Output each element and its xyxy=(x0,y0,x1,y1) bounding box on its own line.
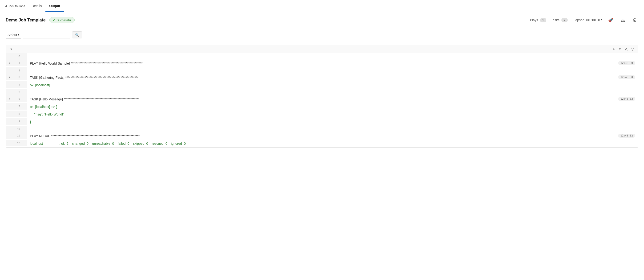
elapsed-value: 00:00:07 xyxy=(586,18,602,22)
line-number: 0 xyxy=(12,53,22,60)
log-row: ∨6TASK [Hello Message] *****************… xyxy=(6,95,638,103)
log-gutter: 11 xyxy=(6,132,27,139)
tasks-meta: Tasks 2 xyxy=(551,18,568,22)
collapse-row-button[interactable]: ∨ xyxy=(6,74,12,80)
delete-button[interactable] xyxy=(631,17,638,23)
log-gutter: 0 xyxy=(6,53,27,60)
collapse-row-button xyxy=(6,103,12,107)
job-title: Demo Job Template xyxy=(6,18,46,23)
log-row: 5 xyxy=(6,89,638,95)
log-row: 8 "msg": "Hello World!" xyxy=(6,111,638,118)
collapse-row-button xyxy=(6,132,12,136)
line-number: 12 xyxy=(12,140,22,146)
log-gutter: 9 xyxy=(6,118,27,125)
collapse-row-button xyxy=(6,89,12,93)
plays-label: Plays xyxy=(530,18,538,22)
log-row: ∨3TASK [Gathering Facts] ***************… xyxy=(6,74,638,81)
tasks-count: 2 xyxy=(562,18,568,22)
log-timestamp: 12:48:52 xyxy=(615,132,638,139)
log-row: 9} xyxy=(6,118,638,126)
log-row: 2 xyxy=(6,67,638,74)
job-meta: Plays 1 Tasks 2 Elapsed 00:00:07 🚀 xyxy=(530,17,638,24)
line-number: 2 xyxy=(12,67,22,74)
toolbar-right: ∧ ∨ ⋀ ⋁ xyxy=(611,47,635,51)
line-number: 4 xyxy=(12,81,22,88)
plays-meta: Plays 1 xyxy=(530,18,546,22)
scroll-top-button[interactable]: ⋀ xyxy=(624,47,629,51)
line-number: 6 xyxy=(12,95,22,102)
log-gutter: ∨6 xyxy=(6,95,27,102)
status-badge: ✔ Successful xyxy=(50,17,74,23)
line-number: 10 xyxy=(12,126,22,132)
log-timestamp: 12:48:50 xyxy=(615,60,638,67)
log-content xyxy=(27,53,638,57)
stdout-chevron-icon: ▾ xyxy=(18,33,19,36)
log-content: ok: [localhost] xyxy=(27,81,638,89)
line-number: 8 xyxy=(12,111,22,117)
log-content: TASK [Gathering Facts] *****************… xyxy=(27,74,615,81)
collapse-row-button xyxy=(6,126,12,129)
log-content: PLAY RECAP *****************************… xyxy=(27,132,615,140)
search-button[interactable]: 🔍 xyxy=(72,31,82,39)
log-content: localhost : ok=2 changed=0 unreachable=0… xyxy=(27,140,638,147)
tab-details[interactable]: Details xyxy=(28,1,46,12)
collapse-all-button[interactable]: ∨ xyxy=(9,47,14,51)
elapsed-label: Elapsed xyxy=(572,18,584,22)
scroll-up-button[interactable]: ∧ xyxy=(611,47,616,51)
collapse-row-button xyxy=(6,140,12,144)
log-gutter: 5 xyxy=(6,89,27,95)
line-number: 9 xyxy=(12,118,22,125)
line-number: 11 xyxy=(12,132,22,139)
toolbar-left: ∨ xyxy=(9,47,14,51)
log-row: 12localhost : ok=2 changed=0 unreachable… xyxy=(6,140,638,147)
log-row: 4ok: [localhost] xyxy=(6,81,638,89)
download-button[interactable] xyxy=(620,17,626,23)
back-label: Back to Jobs xyxy=(8,4,25,8)
tasks-label: Tasks xyxy=(551,18,560,22)
line-number: 1 xyxy=(12,60,22,66)
log-content xyxy=(27,89,638,93)
log-gutter: ∨3 xyxy=(6,74,27,80)
log-gutter: 2 xyxy=(6,67,27,74)
timestamp-badge: 12:48:52 xyxy=(618,134,635,138)
collapse-row-button[interactable]: ∨ xyxy=(6,95,12,102)
log-gutter: 7 xyxy=(6,103,27,110)
collapse-row-button[interactable]: ∨ xyxy=(6,60,12,66)
status-label: Successful xyxy=(57,18,72,22)
log-gutter: 12 xyxy=(6,140,27,146)
stdout-select[interactable]: Stdout ▾ xyxy=(6,32,21,39)
collapse-row-button xyxy=(6,118,12,122)
log-content: ok: [localhost] => { xyxy=(27,103,638,111)
tab-output[interactable]: Output xyxy=(46,1,64,12)
log-timestamp: 12:48:50 xyxy=(615,74,638,81)
log-content: TASK [Hello Message] *******************… xyxy=(27,95,615,103)
check-icon: ✔ xyxy=(52,18,55,22)
log-content xyxy=(27,67,638,71)
log-container: 0∨1PLAY [Hello World Sample] ***********… xyxy=(6,53,638,147)
plays-count: 1 xyxy=(540,18,546,22)
collapse-row-button xyxy=(6,53,12,57)
log-content: PLAY [Hello World Sample] **************… xyxy=(27,60,615,67)
scroll-bottom-button[interactable]: ⋁ xyxy=(630,47,635,51)
chevron-left-icon: ◀ xyxy=(5,5,6,8)
log-row: 10 xyxy=(6,126,638,132)
log-row: 11PLAY RECAP ***************************… xyxy=(6,132,638,140)
log-gutter: 10 xyxy=(6,126,27,132)
elapsed-meta: Elapsed 00:00:07 xyxy=(572,18,602,22)
log-row: 7ok: [localhost] => { xyxy=(6,103,638,111)
log-row: ∨1PLAY [Hello World Sample] ************… xyxy=(6,60,638,67)
collapse-row-button xyxy=(6,81,12,85)
log-content: "msg": "Hello World!" xyxy=(27,111,638,118)
rocket-button[interactable]: 🚀 xyxy=(607,17,615,24)
line-number: 3 xyxy=(12,74,22,80)
collapse-row-button xyxy=(6,67,12,71)
stdout-label: Stdout xyxy=(8,33,17,37)
timestamp-badge: 12:48:50 xyxy=(618,61,635,65)
line-number: 7 xyxy=(12,103,22,110)
search-input[interactable] xyxy=(23,32,70,39)
timestamp-badge: 12:48:52 xyxy=(618,97,635,101)
collapse-row-button xyxy=(6,111,12,114)
output-controls: Stdout ▾ 🔍 xyxy=(0,28,644,42)
scroll-down-button[interactable]: ∨ xyxy=(618,47,622,51)
back-to-jobs-link[interactable]: ◀ Back to Jobs xyxy=(5,4,28,8)
